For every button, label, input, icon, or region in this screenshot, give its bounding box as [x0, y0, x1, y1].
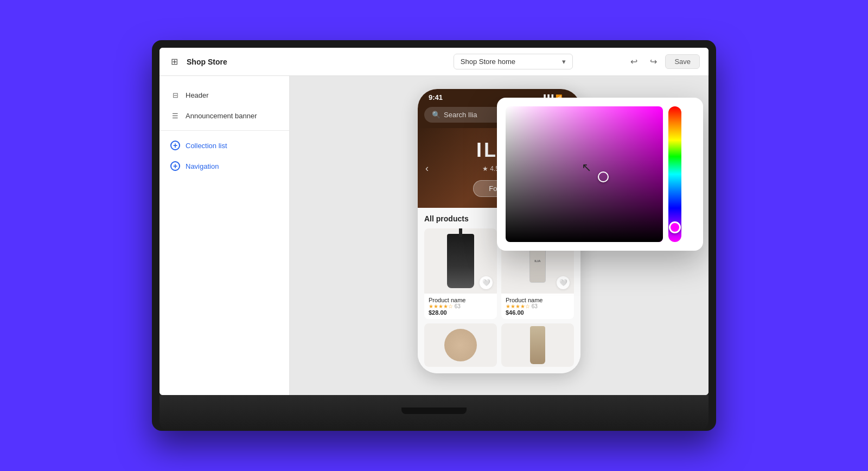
product-price-2: $46.00 — [506, 309, 570, 316]
product-name-2: Product name — [506, 297, 570, 303]
main-layout: ⊟ Header ☰ Announcement banner + Collect… — [159, 76, 709, 395]
sidebar-item-navigation[interactable]: + Navigation — [159, 156, 289, 176]
sidebar-item-header-label: Header — [186, 91, 209, 99]
add-navigation-icon: + — [170, 161, 180, 171]
product-image-1: 🤍 — [424, 228, 497, 294]
sidebar-item-header[interactable]: ⊟ Header — [159, 85, 289, 105]
product-image-4 — [501, 323, 574, 367]
sidebar-item-collection-label: Collection list — [186, 142, 227, 150]
sidebar-divider — [159, 130, 289, 131]
sidebar-item-collection[interactable]: + Collection list — [159, 135, 289, 156]
hue-cursor[interactable] — [669, 221, 681, 233]
laptop-base — [159, 395, 709, 431]
phone-time: 9:41 — [429, 93, 443, 101]
sidebar-item-announcement[interactable]: ☰ Announcement banner — [159, 105, 289, 126]
product-info-1: Product name ★★★★☆ 63 $28.00 — [424, 294, 497, 319]
page-selector-label: Shop Store home — [461, 58, 515, 66]
heart-icon-2[interactable]: 🤍 — [557, 276, 570, 289]
page-selector[interactable]: Shop Store home ▾ — [454, 54, 573, 69]
product-price-1: $28.00 — [429, 309, 493, 316]
color-picker-cursor[interactable] — [598, 171, 609, 182]
product-image-3 — [424, 323, 497, 367]
product-stars-2: ★★★★☆ 63 — [506, 303, 570, 309]
save-button[interactable]: Save — [665, 54, 700, 69]
product-name-1: Product name — [429, 297, 493, 303]
header-icon: ⊟ — [170, 90, 180, 100]
hue-slider[interactable] — [668, 106, 681, 242]
bottle-product-image — [530, 326, 545, 364]
top-bar-actions: ↩ ↪ Save — [626, 54, 700, 69]
store-title: Shop Store — [187, 58, 400, 66]
product-card-4[interactable] — [501, 323, 574, 367]
search-text: Search Ilia — [444, 111, 477, 119]
add-collection-icon: + — [170, 141, 180, 150]
color-picker[interactable]: ↖ — [497, 98, 703, 251]
heart-icon-1[interactable]: 🤍 — [480, 276, 493, 289]
store-icon: ⊞ — [168, 56, 180, 68]
announcement-icon: ☰ — [170, 111, 180, 120]
color-gradient-area[interactable]: ↖ — [506, 106, 663, 242]
back-icon[interactable]: ‹ — [425, 162, 429, 174]
sidebar-item-announcement-label: Announcement banner — [186, 112, 257, 120]
product-stars-1: ★★★★☆ 63 — [429, 303, 493, 309]
sidebar-item-navigation-label: Navigation — [186, 162, 219, 170]
product-card-1[interactable]: 🤍 Product name ★★★★☆ 63 $28.00 — [424, 228, 497, 319]
laptop-screen: ⊞ Shop Store Shop Store home ▾ ↩ ↪ Save … — [159, 48, 709, 395]
products-title: All products — [424, 214, 469, 223]
chevron-down-icon: ▾ — [562, 58, 566, 66]
mouse-cursor-icon: ↖ — [582, 161, 591, 175]
mascara-image — [447, 234, 474, 288]
product-info-2: Product name ★★★★☆ 63 $46.00 — [501, 294, 574, 319]
undo-button[interactable]: ↩ — [626, 54, 641, 69]
sidebar: ⊟ Header ☰ Announcement banner + Collect… — [159, 76, 290, 395]
search-icon: 🔍 — [432, 111, 441, 119]
product-card-3[interactable] — [424, 323, 497, 367]
laptop-frame: ⊞ Shop Store Shop Store home ▾ ↩ ↪ Save … — [152, 40, 716, 431]
laptop-notch — [401, 408, 467, 414]
redo-button[interactable]: ↪ — [646, 54, 661, 69]
round-product-image — [444, 329, 477, 361]
product-row-2 — [424, 323, 574, 367]
top-bar: ⊞ Shop Store Shop Store home ▾ ↩ ↪ Save — [159, 48, 709, 76]
preview-area: 9:41 ▐▐▐ 📶 ▬ 🔍 Search Ilia — [290, 76, 709, 395]
